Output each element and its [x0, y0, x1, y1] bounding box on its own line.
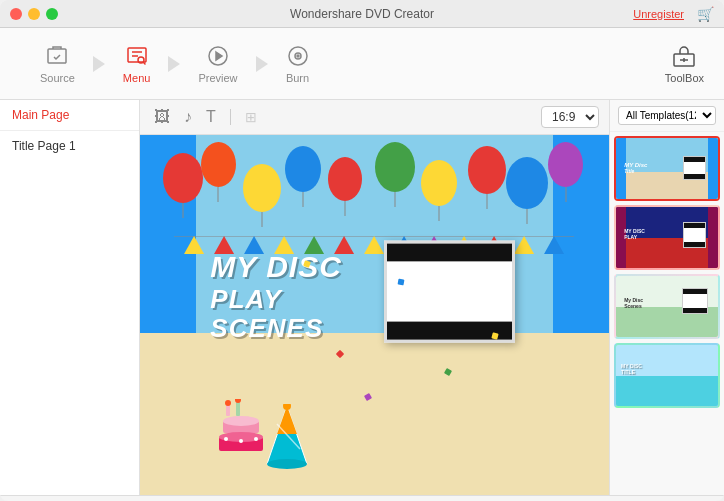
nav-arrow-3: [256, 56, 268, 72]
image-tool-icon[interactable]: 🖼: [150, 106, 174, 128]
toolbox-icon: [672, 44, 696, 68]
confetti-6: [491, 332, 498, 339]
balloon-9: [506, 157, 548, 209]
svg-point-26: [225, 400, 231, 406]
disc-title-line2: PLAY: [210, 284, 341, 314]
main-content: Main Page Title Page 1 🖼 ♪ T ⊞ 16:9 4:3: [0, 100, 724, 495]
center-toolbar: 🖼 ♪ T ⊞ 16:9 4:3: [140, 100, 609, 135]
svg-rect-25: [236, 401, 240, 416]
template-thumb-1[interactable]: MY Disc Title: [614, 136, 720, 201]
svg-point-36: [254, 437, 258, 441]
party-hat-svg: [262, 404, 312, 469]
nav-arrow-1: [93, 56, 105, 72]
svg-point-35: [239, 439, 243, 443]
center-panel: 🖼 ♪ T ⊞ 16:9 4:3: [140, 100, 609, 495]
music-tool-icon[interactable]: ♪: [180, 106, 196, 128]
scene-background: MY DISC PLAY SCENES: [140, 135, 609, 495]
balloon-3: [243, 164, 281, 212]
tv-bar-top: [387, 244, 512, 262]
cart-icon[interactable]: 🛒: [697, 6, 714, 22]
disc-title-line1: MY DISC: [210, 250, 341, 285]
nav-item-source[interactable]: Source: [20, 36, 95, 92]
svg-point-30: [223, 416, 259, 426]
source-icon: [45, 44, 69, 68]
svg-point-40: [267, 459, 307, 469]
svg-point-39: [283, 404, 291, 410]
balloon-6: [375, 142, 415, 192]
left-panel: Main Page Title Page 1: [0, 100, 140, 495]
toolbox-button[interactable]: ToolBox: [665, 44, 704, 84]
text-tool-icon[interactable]: T: [202, 106, 220, 128]
svg-marker-22: [514, 236, 534, 254]
source-label: Source: [40, 72, 75, 84]
aspect-ratio-select[interactable]: 16:9 4:3: [541, 106, 599, 128]
burn-icon: [286, 44, 310, 68]
svg-point-7: [297, 55, 299, 57]
burn-label: Burn: [286, 72, 309, 84]
nav-item-menu[interactable]: Menu: [103, 36, 171, 92]
template-thumb-2[interactable]: MY DISC PLAY: [614, 205, 720, 270]
preview-area: MY DISC PLAY SCENES: [140, 135, 609, 495]
template-thumb-3[interactable]: My Disc Scenes: [614, 274, 720, 339]
svg-marker-11: [184, 236, 204, 254]
traffic-lights: [10, 8, 58, 20]
balloon-4: [285, 146, 321, 192]
nav-item-preview[interactable]: Preview: [178, 36, 257, 92]
preview-icon: [206, 44, 230, 68]
balloon-10: [548, 142, 583, 187]
preview-label: Preview: [198, 72, 237, 84]
balloon-2: [201, 142, 236, 187]
templates-select[interactable]: All Templates(123): [618, 106, 716, 125]
settings-tool-icon[interactable]: ⊞: [241, 107, 261, 127]
svg-marker-17: [364, 236, 384, 254]
unregister-button[interactable]: Unregister: [633, 8, 684, 20]
svg-marker-23: [544, 236, 564, 254]
template-thumbnails: MY Disc Title MY DISC: [610, 132, 724, 495]
template-thumb-4[interactable]: MY DISC TITLE: [614, 343, 720, 408]
left-panel-item[interactable]: Title Page 1: [0, 131, 139, 161]
tv-screen: [384, 241, 515, 343]
disc-title: MY DISC PLAY SCENES: [210, 250, 341, 344]
toolbar-separator: [230, 109, 231, 125]
balloon-8: [468, 146, 506, 194]
confetti-3: [397, 279, 404, 286]
right-panel: All Templates(123) MY Disc Title: [609, 100, 724, 495]
balloon-5: [328, 157, 362, 201]
left-panel-header: Main Page: [0, 100, 139, 131]
svg-point-34: [224, 437, 228, 441]
title-bar: Wondershare DVD Creator Unregister 🛒: [0, 0, 724, 28]
nav-item-burn[interactable]: Burn: [266, 36, 330, 92]
nav-items: Source Menu Preview: [20, 36, 330, 92]
tv-white: [387, 262, 512, 322]
toolbox-label: ToolBox: [665, 72, 704, 84]
svg-point-27: [235, 399, 241, 403]
party-hat: [262, 404, 312, 473]
maximize-button[interactable]: [46, 8, 58, 20]
menu-icon: [125, 44, 149, 68]
minimize-button[interactable]: [28, 8, 40, 20]
balloon-1: [163, 153, 203, 203]
close-button[interactable]: [10, 8, 22, 20]
menu-label: Menu: [123, 72, 151, 84]
svg-rect-0: [48, 49, 66, 63]
nav-arrow-2: [168, 56, 180, 72]
svg-marker-4: [216, 52, 222, 60]
bottom-bar: 0.14/4.4G DVD5 DVD9 Fit to disc Don't fi…: [0, 495, 724, 501]
right-panel-header: All Templates(123): [610, 100, 724, 132]
app-title: Wondershare DVD Creator: [290, 7, 434, 21]
top-nav: Source Menu Preview: [0, 28, 724, 100]
balloon-7: [421, 160, 457, 206]
svg-marker-38: [277, 406, 297, 434]
disc-title-line3: SCENES: [210, 314, 341, 344]
